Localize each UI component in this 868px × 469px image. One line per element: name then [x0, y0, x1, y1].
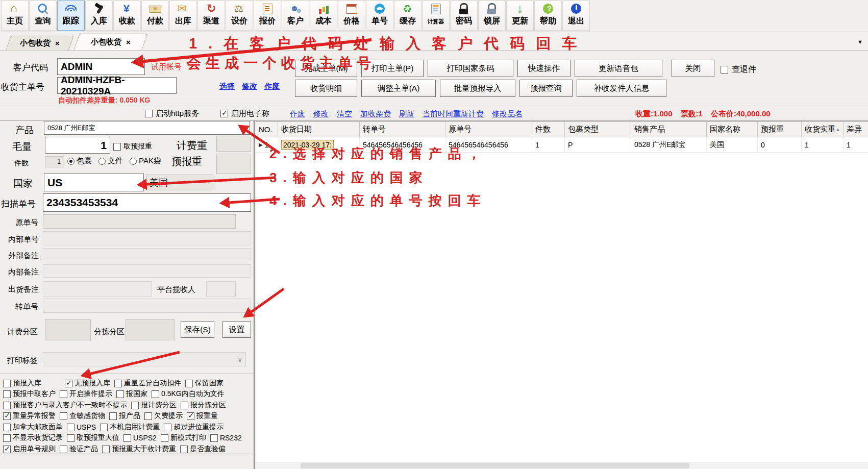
toolbar-button-cost[interactable]: 成本	[310, 1, 337, 31]
toolbar-button-price[interactable]: 价格	[338, 1, 365, 31]
toolbar-button-set-price[interactable]: 设价	[226, 1, 253, 31]
header-button-更新语音包[interactable]: 更新语音包	[575, 60, 662, 77]
gross-weight-input[interactable]: 1	[45, 137, 110, 154]
record-link-修改品名[interactable]: 修改品名	[492, 109, 523, 119]
option-欠费提示[interactable]: 欠费提示	[144, 411, 183, 421]
header-button-关闭[interactable]: 关闭	[672, 60, 714, 77]
toolbar-button-cache[interactable]: 缓存	[394, 1, 421, 31]
option-开启操作提示[interactable]: 开启操作提示	[60, 389, 112, 399]
option-不显示收货记录[interactable]: 不显示收货记录	[3, 433, 63, 442]
toolbar-button-quotation[interactable]: 报价	[254, 1, 281, 31]
table-cell-差异[interactable]: 1	[844, 137, 868, 152]
customer-code-input[interactable]: ADMIN	[57, 58, 145, 75]
option-报计费分区[interactable]: 报计费分区	[131, 401, 177, 410]
option-RS232[interactable]: RS232	[210, 434, 242, 442]
option-报重量[interactable]: 报重量	[187, 411, 218, 421]
package-type-PAK袋[interactable]: PAK袋	[130, 156, 161, 166]
option-重量异常报警[interactable]: 重量异常报警	[3, 411, 56, 421]
table-header-cell-预报重[interactable]: 预报重	[758, 122, 802, 137]
option-是否查验偏[interactable]: 是否查验偏	[180, 445, 226, 454]
option-验证产品[interactable]: 验证产品	[60, 445, 98, 454]
record-link-作废[interactable]: 作废	[290, 109, 305, 119]
tab-overflow-arrow[interactable]: ▼	[857, 39, 863, 45]
check-return-checkbox[interactable]: 查退件	[721, 64, 756, 75]
package-type-文件[interactable]: 文件	[98, 156, 123, 166]
tab-close-icon[interactable]: ×	[126, 38, 131, 46]
table-header-cell-NO.[interactable]: NO.	[256, 122, 278, 137]
toolbar-button-channel[interactable]: 渠道	[197, 1, 225, 31]
option-报分拣分区[interactable]: 报分拣分区	[181, 401, 226, 410]
option-报产品[interactable]: 报产品	[109, 411, 140, 421]
electronic-scale-checkbox[interactable]: 启用电子称	[220, 109, 269, 118]
record-link-清空[interactable]: 清空	[337, 109, 352, 119]
table-cell-收货实重[interactable]: 1	[802, 137, 844, 152]
option-预报重大于收计费重[interactable]: 预报重大于收计费重	[102, 445, 176, 454]
toolbar-button-inbound[interactable]: 入库	[85, 1, 113, 31]
record-link-刷新[interactable]: 刷新	[399, 109, 414, 119]
toolbar-button-receive-payment[interactable]: 收款	[113, 1, 141, 31]
table-cell-包裹类型[interactable]: P	[565, 137, 631, 152]
settings-button[interactable]: 设置	[222, 322, 251, 338]
option-保留国家[interactable]: 保留国家	[185, 379, 224, 388]
master-no-link-3[interactable]: 作废	[264, 82, 280, 91]
record-link-加收杂费[interactable]: 加收杂费	[360, 109, 391, 119]
option-查敏感货物[interactable]: 查敏感货物	[60, 411, 105, 421]
toolbar-button-query[interactable]: 查询	[29, 1, 57, 31]
save-button[interactable]: 保存(S)	[181, 322, 214, 338]
toolbar-button-customer[interactable]: 客户	[282, 1, 309, 31]
header-button-补收发件人信息[interactable]: 补收发件人信息	[577, 80, 666, 97]
table-header-cell-收货实重[interactable]: 收货实重▲	[802, 122, 844, 137]
header-button-打印国家条码[interactable]: 打印国家条码	[428, 60, 513, 77]
record-link-当前时间重新计费[interactable]: 当前时间重新计费	[423, 109, 484, 119]
toolbar-button-outbound[interactable]: 出库	[169, 1, 197, 31]
product-select[interactable]: 0528 广州E邮宝 ∨	[44, 121, 250, 135]
option-预报入库[interactable]: 预报入库	[3, 379, 41, 388]
package-type-包裹[interactable]: 包裹	[67, 156, 92, 166]
tab-小包收货-2[interactable]: 小包收货×	[73, 34, 148, 50]
toolbar-button-tracking-number[interactable]: 单号	[366, 1, 393, 31]
option-报国家[interactable]: 报国家	[116, 389, 147, 399]
option-0.5KG内自动为文件[interactable]: 0.5KG内自动为文件	[152, 389, 225, 399]
table-header-cell-国家名称[interactable]: 国家名称	[707, 122, 758, 137]
option-USPS[interactable]: USPS	[67, 423, 96, 431]
tab-小包收货-1[interactable]: 小包收货×	[6, 36, 74, 50]
option-重量差异自动扣件[interactable]: 重量差异自动扣件	[114, 379, 181, 388]
record-link-修改[interactable]: 修改	[313, 109, 329, 119]
header-button-快速操作[interactable]: 快速操作	[517, 60, 571, 77]
header-button-收货明细[interactable]: 收货明细	[295, 80, 357, 97]
table-cell-预报重[interactable]: 0	[758, 137, 802, 152]
toolbar-button-home[interactable]: 主页	[1, 1, 29, 31]
option-加拿大邮政面单[interactable]: 加拿大邮政面单	[3, 423, 63, 432]
option-启用单号规则[interactable]: 启用单号规则	[3, 445, 56, 454]
table-header-cell-转单号[interactable]: 转单号	[360, 122, 445, 137]
table-header-cell-件数[interactable]: 件数	[532, 122, 565, 137]
toolbar-button-pay[interactable]: 付款	[141, 1, 169, 31]
tab-close-icon[interactable]: ×	[55, 39, 60, 47]
option-USPS2[interactable]: USPS2	[123, 434, 157, 442]
table-cell-国家名称[interactable]: 美国	[707, 137, 758, 152]
table-cell-件数[interactable]: 1	[532, 137, 565, 152]
table-header-cell-包裹类型[interactable]: 包裹类型	[565, 122, 631, 137]
toolbar-button-help[interactable]: 帮助	[534, 1, 562, 31]
master-no-input[interactable]: ADMIN-HZFB-20210329A	[57, 77, 177, 94]
table-header-cell-差异[interactable]: 差异	[844, 122, 868, 137]
scrollbar-thumb[interactable]	[301, 463, 689, 468]
master-no-link-2[interactable]: 修改	[242, 82, 257, 91]
option-无预报入库[interactable]: 无预报入库	[65, 379, 110, 388]
toolbar-button-calculator[interactable]: 计算器	[422, 1, 450, 31]
option-取预报重大值[interactable]: 取预报重大值	[67, 433, 119, 442]
table-header-cell-收货日期[interactable]: 收货日期	[278, 122, 360, 137]
toolbar-button-update[interactable]: 更新	[506, 1, 534, 31]
option-本机启用计费重[interactable]: 本机启用计费重	[100, 423, 160, 432]
header-button-预报查询[interactable]: 预报查询	[519, 80, 573, 97]
take-forecast-checkbox[interactable]: 取预报重	[113, 142, 152, 151]
horizontal-scrollbar[interactable]	[256, 462, 868, 469]
header-button-批量预报导入[interactable]: 批量预报导入	[440, 80, 515, 97]
option-超过进位重提示[interactable]: 超过进位重提示	[164, 423, 224, 432]
master-no-link-1[interactable]: 选择	[219, 82, 235, 91]
table-header-cell-原单号[interactable]: 原单号	[445, 122, 532, 137]
http-service-checkbox[interactable]: 启动http服务	[145, 109, 199, 118]
scan-no-input[interactable]: 234353453534	[43, 193, 251, 212]
print-label-select[interactable]: ∨	[43, 352, 246, 366]
option-新模式打印[interactable]: 新模式打印	[161, 433, 206, 442]
